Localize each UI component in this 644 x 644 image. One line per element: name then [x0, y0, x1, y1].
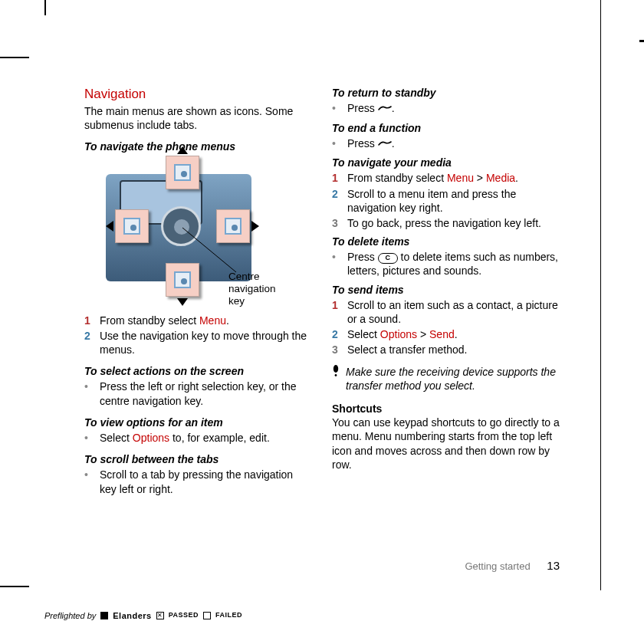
navigate-steps: 1 From standby select Menu. 2 Use the na… — [84, 314, 312, 357]
subhead-return-standby: To return to standby — [332, 86, 560, 100]
subhead-navigate: To navigate the phone menus — [84, 140, 312, 153]
info-icon — [332, 365, 340, 393]
item-text: Press . — [347, 101, 395, 116]
list-item: • Select Options to, for example, edit. — [84, 431, 312, 445]
step-2: 2 Use the navigation key to move through… — [84, 329, 312, 356]
page-edge — [600, 0, 601, 590]
figure-caption: Centre navigation key — [228, 271, 305, 308]
step-2: 2 Select Options > Send. — [332, 327, 560, 341]
arrow-down-icon — [177, 298, 188, 306]
subhead-send-items: To send items — [332, 283, 560, 297]
section-heading: Navigation — [84, 86, 312, 103]
checkbox-passed-icon: ✕ — [156, 612, 164, 619]
step-text: Scroll to a menu item and press the navi… — [347, 187, 560, 215]
list-item: • Scroll to a tab by pressing the naviga… — [84, 468, 312, 495]
caption-line2: key — [228, 295, 245, 307]
step-3: 3 Select a transfer method. — [332, 343, 560, 356]
menu-path: Options — [380, 328, 417, 340]
return-standby-list: • Press . — [332, 101, 560, 116]
step-number: 2 — [84, 329, 95, 356]
step-text: To go back, press the navigation key lef… — [347, 216, 541, 230]
subhead-navigate-media: To navigate your media — [332, 156, 560, 169]
left-column: Navigation The main menus are shown as i… — [84, 86, 312, 498]
crop-mark — [639, 40, 644, 42]
end-function-list: • Press . — [332, 136, 560, 151]
menu-path: Menu — [199, 314, 226, 327]
item-text: Press . — [347, 136, 395, 151]
step-1: 1 From standby select Menu > Media. — [332, 171, 560, 185]
svg-line-0 — [182, 228, 236, 272]
item-text: Press the left or right selection key, o… — [100, 380, 312, 407]
note-text: Make sure the receiving device supports … — [346, 365, 560, 393]
delete-items-list: • Press C to delete items such as number… — [332, 250, 560, 278]
page-footer: Getting started 13 — [0, 558, 644, 573]
list-item: • Press . — [332, 101, 560, 116]
preflight-label: Preflighted by — [44, 610, 96, 621]
step-text: From standby select Menu > Media. — [347, 171, 518, 185]
step-text: Use the navigation key to move through t… — [100, 329, 312, 356]
view-options-list: • Select Options to, for example, edit. — [84, 431, 312, 445]
menu-path: Media — [486, 172, 515, 184]
arrow-up-icon — [177, 146, 188, 154]
crop-mark — [0, 57, 29, 58]
svg-point-2 — [335, 374, 337, 376]
bullet-icon: • — [332, 250, 343, 278]
passed-label: PASSED — [169, 611, 199, 620]
step-text: From standby select Menu. — [100, 314, 229, 327]
svg-point-1 — [334, 365, 338, 373]
subhead-scroll-tabs: To scroll between the tabs — [84, 452, 312, 466]
step-number: 1 — [332, 171, 343, 185]
bullet-icon: • — [84, 431, 95, 445]
step-number: 2 — [332, 327, 343, 341]
end-key-icon — [378, 102, 392, 116]
list-item: • Press C to delete items such as number… — [332, 250, 560, 278]
nav-key-up-icon — [166, 156, 199, 189]
item-text: Select Options to, for example, edit. — [100, 431, 270, 445]
send-items-steps: 1 Scroll to an item such as a contact, a… — [332, 298, 560, 357]
step-number: 3 — [332, 216, 343, 230]
note-block: Make sure the receiving device supports … — [332, 365, 560, 393]
subhead-end-function: To end a function — [332, 121, 560, 135]
list-item: • Press the left or right selection key,… — [84, 380, 312, 407]
bullet-icon: • — [84, 468, 95, 495]
subhead-select-actions: To select actions on the screen — [84, 364, 312, 378]
footer-section-name: Getting started — [465, 560, 530, 572]
nav-key-left-icon — [115, 209, 149, 243]
bullet-icon: • — [332, 101, 343, 116]
end-key-icon — [378, 137, 392, 151]
arrow-left-icon — [106, 221, 113, 232]
list-item: • Press . — [332, 136, 560, 151]
bullet-icon: • — [332, 136, 343, 151]
menu-path: Send — [429, 328, 455, 340]
item-text: Press C to delete items such as numbers,… — [347, 250, 560, 278]
intro-text: The main menus are shown as icons. Some … — [84, 104, 312, 132]
step-number: 2 — [332, 187, 343, 215]
page-number: 13 — [547, 559, 560, 572]
menu-path: Menu — [447, 172, 474, 184]
step-1: 1 Scroll to an item such as a contact, a… — [332, 298, 560, 326]
menu-path: Options — [133, 432, 169, 444]
crop-mark — [44, 0, 46, 15]
subhead-view-options: To view options for an item — [84, 416, 312, 429]
c-key-icon: C — [378, 253, 398, 264]
brand-name: Elanders — [113, 610, 151, 621]
failed-label: FAILED — [215, 611, 242, 620]
right-column: To return to standby • Press . To end a … — [332, 86, 560, 498]
crop-mark — [0, 586, 29, 587]
phone-figure: Centre navigation key — [84, 159, 299, 304]
page-content: Navigation The main menus are shown as i… — [84, 86, 560, 498]
step-number: 1 — [332, 298, 343, 326]
step-2: 2 Scroll to a menu item and press the na… — [332, 187, 560, 215]
select-actions-list: • Press the left or right selection key,… — [84, 380, 312, 407]
step-1: 1 From standby select Menu. — [84, 314, 312, 327]
scroll-tabs-list: • Scroll to a tab by pressing the naviga… — [84, 468, 312, 495]
step-text: Select a transfer method. — [347, 343, 467, 356]
step-text: Scroll to an item such as a contact, a p… — [347, 298, 560, 326]
elanders-logo-icon — [100, 612, 108, 619]
navigate-media-steps: 1 From standby select Menu > Media. 2 Sc… — [332, 171, 560, 230]
caption-line1: Centre navigation — [228, 271, 276, 294]
checkbox-failed-icon — [203, 612, 211, 619]
item-text: Scroll to a tab by pressing the navigati… — [100, 468, 312, 495]
step-number: 1 — [84, 314, 95, 327]
step-number: 3 — [332, 343, 343, 356]
